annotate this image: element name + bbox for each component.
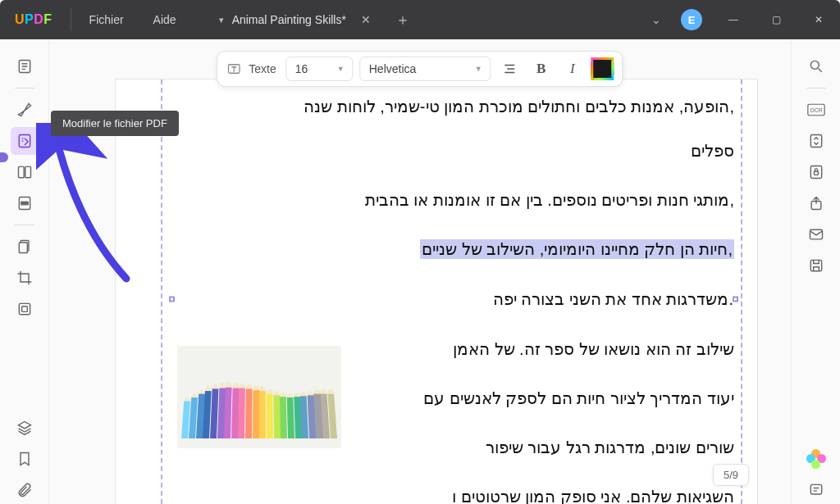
share-icon[interactable]	[802, 189, 830, 217]
paragraph[interactable]: ,הופעה, אמנות כלבים וחתולים מוכרת המון ט…	[173, 94, 734, 119]
svg-point-11	[810, 61, 819, 69]
convert-icon[interactable]	[802, 127, 830, 155]
workspace: Texte 16▼ Helvetica▼ B I ,הופעה, אמנות כ…	[0, 39, 840, 504]
menu-file[interactable]: Fichier	[75, 13, 139, 26]
paragraph[interactable]: ,מותגי חנות ופריטים נוספים. בין אם זו או…	[173, 188, 734, 212]
title-bar: UPDF Fichier Aide ▾ Animal Painting Skil…	[0, 0, 840, 39]
paragraph[interactable]: שילוב זה הוא נושאו של ספר זה. של האמן	[420, 337, 734, 361]
canvas-area: Texte 16▼ Helvetica▼ B I ,הופעה, אמנות כ…	[49, 39, 791, 504]
text-tool-label: Texte	[249, 62, 276, 75]
right-sidebar: OCR	[791, 39, 840, 504]
embedded-image-pencils[interactable]	[177, 346, 341, 448]
minimize-button[interactable]: ―	[722, 14, 745, 25]
close-tab-icon[interactable]: ✕	[361, 13, 371, 26]
reader-tool[interactable]	[11, 52, 39, 80]
text-box[interactable]: .משדרגות אחד את השני בצורה יפה	[173, 286, 734, 312]
chevron-down-icon: ▾	[219, 15, 224, 25]
svg-rect-19	[810, 260, 821, 270]
page-indicator[interactable]: 5/9	[713, 464, 749, 486]
svg-rect-14	[810, 135, 821, 148]
svg-rect-7	[19, 243, 27, 253]
paragraph[interactable]: ספלים	[173, 138, 734, 163]
paragraph[interactable]: יעוד המדריך לציור חיות הם לספק לאנשים עם	[420, 386, 734, 411]
tab-title: Animal Painting Skills*	[232, 13, 346, 26]
notes-panel-icon[interactable]	[802, 476, 830, 504]
text-tool-icon[interactable]	[226, 61, 242, 77]
separator	[71, 8, 71, 31]
close-window-button[interactable]: ✕	[807, 14, 830, 25]
bold-button[interactable]: B	[529, 57, 554, 81]
svg-rect-9	[21, 306, 27, 312]
svg-text:OCR: OCR	[810, 107, 822, 113]
attachment-icon[interactable]	[11, 476, 39, 504]
app-logo: UPDF	[0, 12, 67, 27]
save-icon[interactable]	[802, 252, 830, 279]
margin-guide-left	[161, 79, 162, 504]
protect-icon[interactable]	[802, 158, 830, 186]
pages-tool[interactable]	[11, 233, 39, 261]
search-icon[interactable]	[802, 52, 830, 80]
crop-tool[interactable]	[11, 264, 39, 292]
align-icon[interactable]	[498, 57, 523, 81]
new-tab-button[interactable]: ＋	[395, 10, 410, 30]
document-page[interactable]: ,הופעה, אמנות כלבים וחתולים מוכרת המון ט…	[115, 79, 758, 504]
ai-assistant-icon[interactable]	[802, 445, 830, 473]
organize-tool[interactable]	[11, 158, 39, 186]
email-icon[interactable]	[802, 220, 830, 248]
svg-rect-3	[25, 166, 30, 177]
dropdown-icon[interactable]: ⌄	[651, 13, 661, 26]
svg-rect-20	[810, 484, 821, 494]
text-color-picker[interactable]	[591, 57, 614, 80]
svg-rect-16	[814, 171, 818, 175]
edit-pdf-tool[interactable]	[11, 127, 39, 155]
italic-button[interactable]: I	[560, 57, 585, 81]
menu-help[interactable]: Aide	[139, 13, 191, 26]
svg-rect-2	[18, 166, 24, 177]
watermark-tool[interactable]	[11, 295, 39, 323]
ocr-icon[interactable]: OCR	[802, 96, 830, 124]
svg-rect-1	[19, 135, 30, 148]
svg-rect-8	[19, 303, 30, 314]
font-size-select[interactable]: 16▼	[286, 57, 354, 81]
paragraph[interactable]: השגיאות שלהם. אני סופק המון שרטוטים ו	[173, 484, 734, 504]
comment-tool[interactable]	[11, 96, 39, 124]
redact-tool[interactable]	[11, 189, 39, 217]
bookmark-icon[interactable]	[11, 445, 39, 473]
selected-text[interactable]: ,חיות הן חלק מחיינו היומיומי, השילוב של …	[420, 239, 734, 259]
left-sidebar	[0, 39, 49, 504]
text-format-toolbar: Texte 16▼ Helvetica▼ B I	[217, 51, 623, 87]
paragraph[interactable]: שורים שונים, מדרגות רגל עבור שיפור	[420, 435, 734, 460]
user-avatar[interactable]: E	[681, 9, 702, 30]
tooltip-edit-pdf: Modifier le fichier PDF	[51, 111, 179, 136]
resize-handle-left[interactable]	[169, 297, 175, 302]
margin-guide-right	[741, 79, 742, 504]
layers-icon[interactable]	[11, 414, 39, 442]
svg-rect-5	[21, 202, 27, 204]
svg-rect-15	[810, 166, 821, 179]
document-tab[interactable]: ▾ Animal Painting Skills* ✕	[211, 0, 379, 39]
maximize-button[interactable]: ▢	[765, 14, 788, 25]
font-family-select[interactable]: Helvetica▼	[360, 57, 491, 81]
resize-handle-right[interactable]	[733, 297, 738, 302]
paragraph[interactable]: ,חיות הן חלק מחיינו היומיומי, השילוב של …	[173, 237, 734, 261]
